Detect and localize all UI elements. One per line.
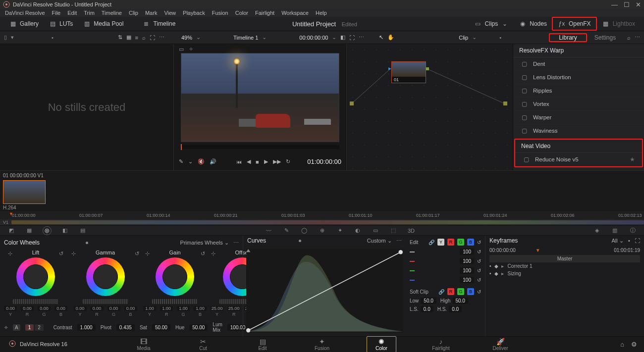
- wheel-value[interactable]: 25.00: [227, 306, 240, 311]
- kf-expand[interactable]: [501, 271, 505, 276]
- grid-icon[interactable]: ▦: [126, 34, 131, 41]
- palette-info-icon[interactable]: ⓘ: [628, 226, 637, 235]
- nodes-toggle[interactable]: ◉Nodes: [514, 18, 552, 30]
- reset-icon[interactable]: ↺: [477, 268, 481, 273]
- ls-value[interactable]: 0.0: [421, 306, 433, 312]
- low-value[interactable]: 50.0: [421, 298, 436, 304]
- clip-label[interactable]: Clip: [459, 35, 468, 41]
- chip-r[interactable]: R: [447, 239, 454, 246]
- palette-sizing-icon[interactable]: ⬚: [389, 226, 398, 235]
- timeline-toggle[interactable]: ≣Timeline: [137, 18, 180, 30]
- kf-corrector[interactable]: Corrector 1: [508, 263, 533, 269]
- menu-edit[interactable]: Edit: [67, 10, 77, 16]
- ofx-tab-settings[interactable]: Settings: [587, 34, 623, 41]
- color-wheel[interactable]: [156, 257, 194, 296]
- ofx-item-lens-distortion[interactable]: ▢Lens Distortion: [513, 71, 644, 84]
- menu-timeline[interactable]: Timeline: [102, 10, 122, 16]
- next-frame-icon[interactable]: ▶▶: [273, 158, 281, 165]
- page-fusion[interactable]: ✦Fusion: [307, 338, 337, 351]
- wheel-picker-icon[interactable]: ⊹: [211, 251, 215, 257]
- node-01[interactable]: 01: [391, 61, 426, 83]
- chip-g[interactable]: G: [457, 239, 464, 246]
- wheel-value[interactable]: 0.00: [107, 306, 120, 311]
- reset-dot[interactable]: [86, 242, 88, 244]
- wheel-value[interactable]: 0.00: [21, 306, 34, 311]
- ofx-more-icon[interactable]: ⋯: [635, 34, 640, 41]
- menu-color[interactable]: Color: [235, 10, 248, 16]
- ofx-search-icon[interactable]: ⌕: [627, 35, 631, 41]
- curve-val-y[interactable]: 100: [460, 249, 474, 255]
- page-fairlight[interactable]: ♪Fairlight: [426, 338, 456, 351]
- zoom-level[interactable]: 49%: [181, 35, 192, 41]
- auto-icon[interactable]: ✧: [4, 325, 8, 330]
- menu-fusion[interactable]: Fusion: [212, 10, 228, 16]
- timeline-name[interactable]: Timeline 1: [233, 35, 258, 41]
- menu-workspace[interactable]: Workspace: [281, 10, 309, 16]
- link-icon[interactable]: 🔗: [429, 240, 434, 245]
- wheel-value[interactable]: 1.00: [194, 306, 207, 311]
- palette-tracking-icon[interactable]: ⊕: [318, 226, 326, 235]
- reset-icon[interactable]: ↺: [477, 289, 481, 295]
- play-icon[interactable]: ▶: [264, 158, 268, 165]
- video-track-1[interactable]: V1: [0, 219, 644, 225]
- wheel-picker-icon[interactable]: ⊹: [145, 251, 150, 257]
- gear-icon[interactable]: ⚙: [631, 341, 637, 348]
- clip-thumbnail[interactable]: [3, 180, 46, 204]
- reset-dot[interactable]: [299, 240, 301, 242]
- close-icon[interactable]: ✕: [636, 1, 641, 8]
- kf-diamond[interactable]: ◆: [494, 271, 498, 276]
- palette-3d-icon[interactable]: 3D: [407, 226, 416, 235]
- sort-icon[interactable]: ⇅: [118, 34, 122, 41]
- picker-icon[interactable]: ✎: [179, 158, 183, 165]
- more-icon-2[interactable]: ⋯: [359, 34, 364, 41]
- ofx-item-waviness[interactable]: ▢Waviness: [513, 124, 644, 138]
- kf-master[interactable]: Master: [557, 256, 573, 261]
- clips-toggle[interactable]: ▭Clips⌄: [469, 18, 514, 30]
- ofx-item-reduce-noise[interactable]: ▢Reduce Noise v5★: [515, 153, 642, 166]
- pivot-value[interactable]: 0.435: [116, 324, 135, 331]
- fullscreen-icon[interactable]: ⛶: [349, 35, 355, 41]
- wheel-value[interactable]: 0.00: [74, 306, 87, 311]
- menu-playback[interactable]: Playback: [183, 10, 205, 16]
- mediapool-toggle[interactable]: ▥Media Pool: [78, 18, 128, 30]
- kf-sizing[interactable]: Sizing: [508, 271, 521, 276]
- wheel-value[interactable]: 1.00: [143, 306, 156, 311]
- contrast-value[interactable]: 1.000: [77, 324, 96, 331]
- openfx-toggle[interactable]: ƒxOpenFX: [552, 17, 597, 31]
- first-frame-icon[interactable]: ⏮: [236, 159, 242, 165]
- home-icon[interactable]: ⌂: [620, 341, 624, 348]
- wheels-mode[interactable]: Primaries Wheels: [180, 240, 223, 246]
- menu-mark[interactable]: Mark: [145, 10, 157, 16]
- node-editor[interactable]: 01: [347, 44, 513, 170]
- palette-qualifier-icon[interactable]: ✎: [282, 226, 291, 235]
- palette-hdr-icon[interactable]: ◧: [60, 226, 69, 235]
- expand-icon[interactable]: ⛶: [150, 35, 155, 41]
- menu-fairlight[interactable]: Fairlight: [255, 10, 274, 16]
- kf-diamond[interactable]: ◆: [494, 263, 498, 269]
- wheel-picker-icon[interactable]: ⊹: [71, 251, 76, 257]
- reset-icon[interactable]: ↺: [477, 249, 481, 254]
- more-icon[interactable]: ⋯: [159, 34, 164, 41]
- transport-timecode[interactable]: 01:00:00:00: [307, 158, 341, 165]
- curve-val-b[interactable]: 100: [460, 277, 474, 283]
- loop-icon[interactable]: ↻: [286, 158, 290, 165]
- viewer-image[interactable]: [181, 53, 339, 142]
- picker-a-icon[interactable]: A: [13, 324, 20, 331]
- luts-toggle[interactable]: ▤LUTs: [44, 18, 78, 30]
- menu-clip[interactable]: Clip: [129, 10, 138, 16]
- mute-icon[interactable]: 🔇: [198, 158, 205, 165]
- palette-camera-raw-icon[interactable]: ◩: [7, 226, 16, 235]
- wheel-value[interactable]: 0.00: [4, 306, 17, 311]
- kf-dot[interactable]: •: [489, 263, 491, 269]
- keyframes-mode[interactable]: All: [612, 238, 618, 244]
- page-edit[interactable]: ▤Edit: [248, 338, 277, 351]
- ofx-item-dent[interactable]: ▢Dent: [513, 57, 644, 71]
- wheel-reset-icon[interactable]: ↺: [201, 251, 205, 257]
- wheel-value[interactable]: 0.00: [124, 306, 137, 311]
- palette-key-icon[interactable]: ▭: [371, 226, 380, 235]
- prev-frame-icon[interactable]: ◀: [247, 158, 251, 165]
- ofx-item-warper[interactable]: ▢Warper: [513, 111, 644, 124]
- hs-value[interactable]: 0.0: [449, 306, 462, 312]
- reset-icon[interactable]: ↺: [477, 258, 481, 264]
- viewer-timecode[interactable]: 00:00:00:00: [299, 35, 328, 41]
